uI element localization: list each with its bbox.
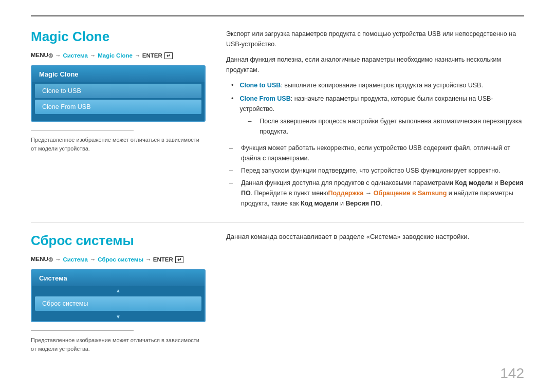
intro1: Экспорт или загрузка параметров продукта… (226, 29, 524, 49)
sbros-sistemy-item[interactable]: Сброс системы (35, 296, 201, 311)
clone-to-usb-label: Clone to USB (239, 82, 281, 89)
arrow-down-icon: ▼ (32, 312, 205, 321)
bullet-clone-from-usb: Clone From USB: назначьте параметры прод… (231, 94, 524, 139)
section-divider (31, 222, 524, 222)
ui-box-header-sistema: Система (32, 270, 205, 286)
section2-left-divider (31, 330, 134, 331)
nav-arrow5: → (90, 256, 96, 263)
section2-menu-nav: MENU㊄ → Система → Сброс системы → ENTER … (31, 256, 206, 263)
page-number: 142 (500, 365, 524, 382)
nav-enter1: ↵ (164, 52, 173, 59)
nav-sistema2: Система (63, 256, 87, 263)
magic-clone-ui-box: Magic Clone Clone to USB Clone From USB (31, 65, 206, 122)
section2-note: Представленное изображение может отличат… (31, 336, 206, 353)
sub-list-clone: После завершения процесса настройки буде… (239, 116, 524, 137)
section1-left-divider (31, 130, 134, 130)
bullet-clone-from-usb-text: Clone From USB: назначьте параметры прод… (239, 94, 524, 139)
note-incorrect: Функция может работать некорректно, если… (229, 143, 524, 163)
arrow-up-icon: ▲ (32, 286, 205, 295)
section1-note: Представленное изображение может отличат… (31, 136, 206, 153)
section2-right-col: Данная команда восстанавливает в разделе… (226, 233, 524, 353)
note-confirm: Перед запуском функции подтвердите, что … (229, 165, 524, 176)
note-model-fw: Данная функция доступна для продуктов с … (229, 178, 524, 209)
sistema-ui-box: Система ▲ Сброс системы ▼ (31, 269, 206, 322)
section2-layout: Сброс системы MENU㊄ → Система → Сброс си… (31, 233, 524, 353)
clone-from-usb-label: Clone From USB (239, 95, 290, 102)
nav-magic-clone: Magic Clone (98, 52, 133, 59)
nav-enter2: ↵ (175, 256, 183, 263)
bullet-list: Clone to USB: выполните копирование пара… (226, 80, 524, 139)
section2-desc: Данная команда восстанавливает в разделе… (226, 233, 524, 240)
nav-arrow2: → (90, 52, 96, 59)
nav-arrow4: → (55, 256, 61, 263)
menu-prefix2: MENU㊄ (31, 256, 53, 263)
section1-right-col: Экспорт или загрузка параметров продукта… (226, 29, 524, 212)
nav-arrow1: → (55, 52, 61, 59)
menu-prefix: MENU㊄ (31, 52, 53, 59)
bullet-clone-to-usb-text: Clone to USB: выполните копирование пара… (239, 80, 483, 90)
intro2: Данная функция полезна, если аналогичные… (226, 54, 524, 75)
section2-title: Сброс системы (31, 233, 206, 249)
clone-to-usb-item[interactable]: Clone to USB (35, 84, 201, 98)
section1-title: Magic Clone (31, 29, 206, 45)
sub-item-restart: После завершения процесса настройки буде… (248, 116, 524, 137)
bullet-clone-to-usb: Clone to USB: выполните копирование пара… (231, 80, 524, 90)
nav-sistema1: Система (63, 52, 87, 59)
ui-box-header-magic: Magic Clone (32, 66, 205, 82)
section1-menu-nav: MENU㊄ → Система → Magic Clone → ENTER ↵ (31, 52, 206, 59)
nav-sbros: Сброс системы (98, 256, 143, 263)
clone-from-usb-item[interactable]: Clone From USB (35, 100, 201, 114)
section2-left: Сброс системы MENU㊄ → Система → Сброс си… (31, 233, 206, 353)
nav-arrow3: → ENTER (135, 52, 162, 59)
nav-arrow6: → ENTER (145, 256, 173, 263)
note-list: Функция может работать некорректно, если… (226, 143, 524, 209)
top-rule (31, 15, 524, 16)
